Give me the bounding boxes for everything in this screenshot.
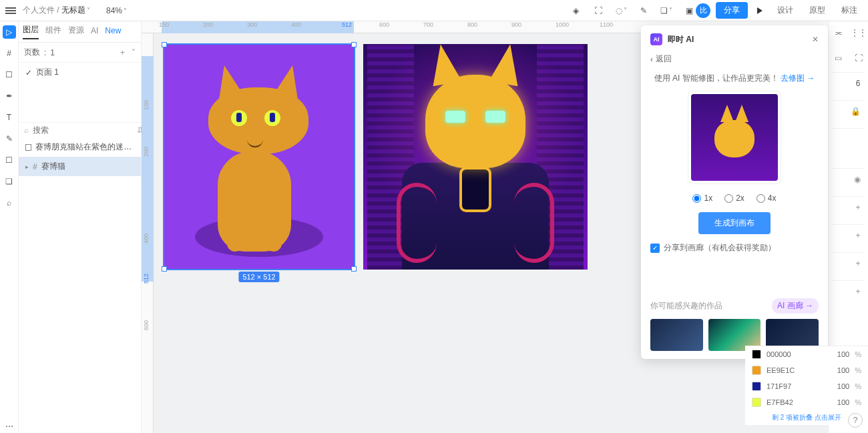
- breadcrumb-parent: 个人文件: [23, 5, 55, 15]
- gallery-thumb[interactable]: [650, 319, 703, 351]
- tab-new[interactable]: New: [105, 26, 121, 38]
- radio-2x[interactable]: 2x: [724, 193, 744, 203]
- tab-prototype[interactable]: 原型: [804, 2, 831, 19]
- pages-label: 页数: [24, 47, 40, 58]
- select-tool-icon[interactable]: ▷: [3, 25, 16, 39]
- value-display: 6: [856, 79, 861, 88]
- align-icon[interactable]: ⫘: [831, 25, 846, 40]
- color-row[interactable]: E7FB42100%: [745, 394, 868, 410]
- rect-icon[interactable]: ▭: [831, 51, 846, 65]
- eye-icon[interactable]: ◉: [854, 175, 861, 184]
- share-label: 分享到画廊（有机会获得奖励）: [664, 242, 776, 254]
- search-icon[interactable]: ⌕: [3, 196, 16, 209]
- add-icon[interactable]: +: [855, 231, 860, 240]
- add-icon[interactable]: +: [855, 203, 860, 212]
- play-icon[interactable]: [757, 7, 763, 14]
- resize-handle[interactable]: [162, 42, 167, 47]
- ai-edit-link[interactable]: 去修图 →: [781, 73, 815, 83]
- resize-handle[interactable]: [351, 266, 357, 272]
- check-icon: ✓: [25, 68, 32, 77]
- ai-panel: AI 即时 AI ✕ ‹返回 使用 AI 智能修图，让作品更完美！ 去修图 → …: [641, 25, 828, 359]
- lock-icon[interactable]: 🔒: [851, 107, 861, 116]
- add-page-icon[interactable]: +: [120, 48, 125, 57]
- style-icon[interactable]: ◈: [569, 4, 582, 17]
- text-tool-icon[interactable]: T: [3, 111, 16, 124]
- file-title: 无标题: [61, 5, 85, 15]
- circle-dashed-icon[interactable]: ◌˅: [614, 4, 628, 17]
- ai-logo-icon: AI: [650, 33, 662, 45]
- chevron-down-icon: ˅: [87, 7, 90, 14]
- add-icon[interactable]: +: [855, 259, 860, 268]
- gallery-label: 你可能感兴趣的作品: [650, 300, 722, 312]
- generate-button[interactable]: 生成到画布: [698, 212, 771, 234]
- pages-count: 1: [50, 48, 55, 57]
- page-item[interactable]: ✓ 页面 1: [19, 63, 141, 82]
- caret-icon: ▸: [25, 163, 29, 170]
- ruler-vertical: 100 200 400 512 600: [142, 33, 154, 433]
- add-icon[interactable]: +: [855, 287, 860, 296]
- layer-item-selected[interactable]: ▸ # 赛博猫: [19, 157, 141, 176]
- chevron-down-icon: ˅: [124, 7, 127, 15]
- tab-ai[interactable]: AI: [91, 26, 98, 38]
- color-row[interactable]: 171F97100%: [745, 378, 868, 394]
- tab-assets[interactable]: 资源: [68, 25, 84, 39]
- frame-tool-icon[interactable]: #: [3, 47, 16, 60]
- comment-tool-icon[interactable]: ☐: [3, 153, 16, 167]
- edit-icon[interactable]: ✎: [637, 4, 650, 17]
- frame-icon: #: [33, 162, 37, 171]
- ai-title: 即时 AI: [668, 34, 694, 45]
- share-checkbox[interactable]: ✓: [650, 244, 660, 253]
- layer-item[interactable]: 赛博朋克猫站在紫色的迷雾中...: [19, 137, 141, 157]
- resize-handle[interactable]: [351, 42, 357, 47]
- close-icon[interactable]: ✕: [812, 35, 819, 44]
- chevron-left-icon: ‹: [650, 55, 653, 64]
- color-row[interactable]: EE9E1C100%: [745, 362, 868, 378]
- selected-frame[interactable]: 512 × 512: [164, 44, 355, 270]
- shape-tool-icon[interactable]: ☐: [3, 68, 16, 81]
- back-button[interactable]: ‹返回: [650, 53, 819, 65]
- chevron-down-icon[interactable]: ˅: [132, 48, 136, 57]
- dimension-badge: 512 × 512: [238, 272, 279, 282]
- more-icon[interactable]: ⋯: [3, 420, 16, 433]
- tab-annotate[interactable]: 标注: [836, 2, 863, 19]
- layer-search-input[interactable]: [33, 125, 133, 135]
- main-menu-icon[interactable]: [5, 7, 16, 14]
- search-icon: ⌕: [24, 125, 29, 135]
- boolean-icon[interactable]: ❏˅: [660, 4, 673, 17]
- tab-layers[interactable]: 图层: [23, 24, 39, 39]
- help-icon[interactable]: ?: [848, 413, 863, 428]
- cyber-image[interactable]: [363, 44, 588, 270]
- tab-design[interactable]: 设计: [772, 2, 799, 19]
- component-icon[interactable]: ▣: [682, 4, 696, 17]
- zoom-dropdown[interactable]: 84%˅: [106, 6, 127, 15]
- tab-components[interactable]: 组件: [45, 25, 61, 39]
- share-button[interactable]: 分享: [716, 2, 748, 19]
- radio-1x[interactable]: 1x: [692, 193, 712, 203]
- colors-panel: 000000100% EE9E1C100% 171F97100% E7FB421…: [745, 346, 868, 425]
- color-row[interactable]: 000000100%: [745, 346, 868, 362]
- breadcrumb[interactable]: 个人文件 / 无标题˅: [23, 5, 90, 16]
- user-avatar[interactable]: 比: [696, 3, 710, 18]
- gallery-link[interactable]: AI 画廊 →: [772, 298, 819, 314]
- plugins-icon[interactable]: ❏: [3, 175, 16, 188]
- radio-4x[interactable]: 4x: [756, 193, 777, 203]
- resize-handle[interactable]: [162, 266, 167, 272]
- grid-icon[interactable]: ⋮⋮: [851, 25, 866, 40]
- ai-description: 使用 AI 智能修图，让作品更完美！: [654, 73, 779, 83]
- pencil-tool-icon[interactable]: ✎: [3, 132, 16, 145]
- crop-icon[interactable]: ⛶: [592, 4, 605, 17]
- image-icon: [25, 144, 31, 151]
- ai-preview-thumbnail: [688, 91, 781, 184]
- expand-icon[interactable]: ⛶: [851, 51, 866, 65]
- pen-tool-icon[interactable]: ✒: [3, 89, 16, 103]
